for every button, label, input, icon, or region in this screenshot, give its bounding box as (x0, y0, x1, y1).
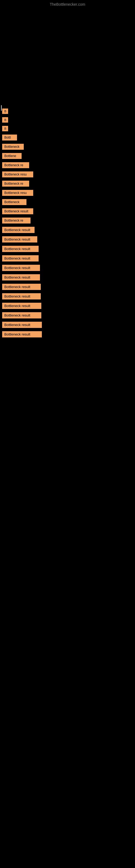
bottleneck-result-label[interactable]: B (2, 108, 8, 114)
bottleneck-item: Bottleneck re (0, 162, 135, 168)
bottleneck-result-label[interactable]: Bottleneck (2, 144, 24, 150)
bottleneck-result-label[interactable]: Bottleneck re (2, 162, 29, 168)
bottleneck-item: Bottleneck result (0, 208, 135, 214)
bottleneck-result-label[interactable]: Bottleneck result (2, 284, 41, 290)
bottleneck-result-label[interactable]: Bottleneck result (2, 293, 41, 300)
bottleneck-result-label[interactable]: Bottleneck result (2, 208, 33, 214)
bottleneck-result-label[interactable]: Bottleneck result (2, 331, 42, 337)
bottleneck-result-label[interactable]: Bottl (2, 134, 17, 141)
bottleneck-item: Bottleneck result (0, 246, 135, 252)
bottleneck-result-label[interactable]: Bottleneck re (2, 181, 29, 187)
bottleneck-item: Bottleneck (0, 199, 135, 205)
bottleneck-result-label[interactable]: Bottleneck result (2, 227, 35, 233)
bottleneck-item: Bottleneck result (0, 284, 135, 290)
bottleneck-item: Bottleneck result (0, 331, 135, 337)
bottleneck-item: Bottleneck re (0, 218, 135, 223)
bottleneck-result-label[interactable]: Bottleneck resu (2, 190, 33, 196)
bottleneck-item: Bottleneck resu (0, 190, 135, 196)
bottleneck-item: Bottleneck result (0, 227, 135, 233)
bottleneck-result-label[interactable]: Bottleneck result (2, 274, 40, 280)
bottleneck-result-label[interactable]: Bottleneck result (2, 246, 39, 252)
bottleneck-item: Bottleneck result (0, 274, 135, 280)
bottleneck-result-label[interactable]: Bottlene (2, 153, 21, 159)
bottleneck-result-label[interactable]: Bottleneck resu (2, 172, 33, 177)
bottleneck-items-container: BBBBottlBottleneckBottleneBottleneck reB… (0, 108, 135, 341)
bottleneck-result-label[interactable]: Bottleneck result (2, 312, 41, 318)
bottleneck-item: B (0, 117, 135, 123)
bottleneck-item: Bottleneck (0, 144, 135, 150)
bottleneck-item: Bottleneck result (0, 293, 135, 300)
bottleneck-result-label[interactable]: Bottleneck result (2, 265, 40, 271)
bottleneck-item: Bottleneck result (0, 265, 135, 271)
bottleneck-result-label[interactable]: B (2, 126, 8, 131)
bottleneck-result-label[interactable]: B (2, 117, 8, 123)
site-title: TheBottlenecker.com (50, 2, 85, 6)
bottleneck-item: Bottleneck result (0, 255, 135, 261)
bottleneck-item: Bottleneck re (0, 181, 135, 187)
bottleneck-result-label[interactable]: Bottleneck (2, 199, 27, 205)
bottleneck-item: Bottl (0, 134, 135, 141)
bottleneck-item: Bottleneck resu (0, 172, 135, 177)
bottleneck-item: Bottleneck result (0, 312, 135, 318)
bottleneck-result-label[interactable]: Bottleneck result (2, 255, 39, 261)
bottleneck-result-label[interactable]: Bottleneck re (2, 218, 31, 223)
bottleneck-result-label[interactable]: Bottleneck result (2, 303, 41, 309)
bottleneck-item: B (0, 108, 135, 114)
bottleneck-item: Bottleneck result (0, 236, 135, 243)
bottleneck-item: Bottleneck result (0, 322, 135, 328)
bottleneck-item: Bottleneck result (0, 303, 135, 309)
bottleneck-item: Bottlene (0, 153, 135, 159)
bottleneck-result-label[interactable]: Bottleneck result (2, 322, 42, 328)
bottleneck-result-label[interactable]: Bottleneck result (2, 236, 37, 243)
bottleneck-item: B (0, 126, 135, 131)
